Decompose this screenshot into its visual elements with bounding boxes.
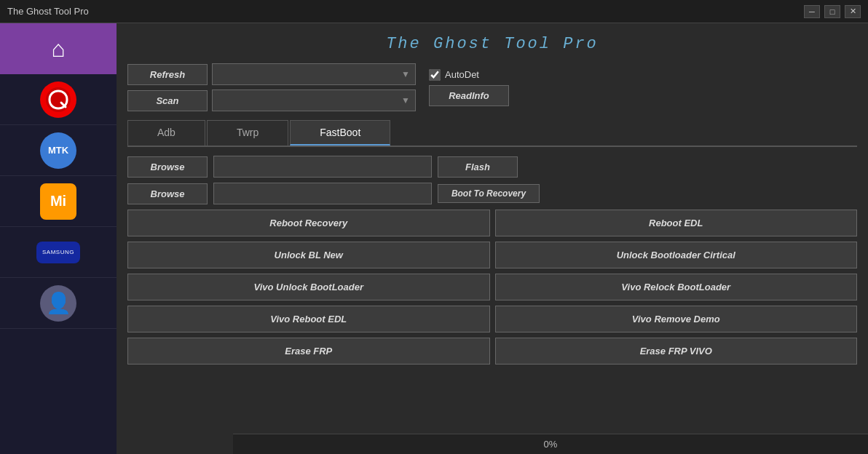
reboot-edl-button[interactable]: Reboot EDL: [495, 210, 858, 236]
refresh-dropdown-wrapper: ▼: [212, 63, 416, 85]
refresh-dropdown[interactable]: [212, 63, 416, 85]
progress-bar-container: 0%: [233, 434, 868, 454]
tab-twrp[interactable]: Twrp: [207, 120, 288, 146]
maximize-button[interactable]: □: [824, 5, 840, 18]
erase-frp-vivo-button[interactable]: Erase FRP VIVO: [495, 338, 858, 365]
content-area: The Ghost Tool Pro Refresh ▼ Scan: [117, 23, 868, 454]
mtk-icon: MTK: [40, 132, 76, 169]
minimize-button[interactable]: ─: [804, 5, 820, 18]
scan-dropdown[interactable]: [212, 89, 416, 111]
tab-adb[interactable]: Adb: [127, 120, 205, 146]
browse-button-2[interactable]: Browse: [127, 183, 208, 204]
action-grid: Reboot Recovery Reboot EDL Unlock BL New…: [127, 210, 857, 365]
flash-button[interactable]: Flash: [438, 156, 518, 178]
progress-bar-label: 0%: [233, 439, 868, 450]
sidebar-item-mtk[interactable]: MTK: [0, 125, 117, 176]
sidebar-item-home[interactable]: ⌂: [0, 23, 117, 74]
browse-row-2: Browse Boot To Recovery: [127, 183, 857, 204]
autodet-label: AutoDet: [445, 69, 479, 80]
vivo-remove-demo-button[interactable]: Vivo Remove Demo: [495, 306, 858, 332]
erase-frp-button[interactable]: Erase FRP: [127, 338, 490, 365]
window-controls: ─ □ ✕: [804, 5, 861, 18]
unlock-bootloader-critical-button[interactable]: Unlock Bootloader Cirtical: [495, 242, 858, 268]
browse-input-2[interactable]: [213, 183, 432, 204]
browse-row-1: Browse Flash: [127, 156, 857, 178]
qualcomm-icon: [40, 81, 76, 118]
app-title: The Ghost Tool Pro: [127, 31, 857, 57]
window-title: The Ghost Tool Pro: [7, 6, 89, 17]
sidebar: ⌂ MTK Mi SAMSUNG 👤: [0, 23, 117, 454]
sidebar-item-user[interactable]: 👤: [0, 278, 117, 329]
home-icon: ⌂: [51, 36, 65, 63]
main-layout: ⌂ MTK Mi SAMSUNG 👤 The Gho: [0, 23, 868, 454]
scan-dropdown-wrapper: ▼: [212, 89, 416, 111]
autodet-area: AutoDet ReadInfo: [429, 69, 509, 106]
sidebar-item-qualcomm[interactable]: [0, 74, 117, 125]
unlock-bl-new-button[interactable]: Unlock BL New: [127, 242, 490, 268]
refresh-row: Refresh ▼: [127, 63, 416, 85]
close-button[interactable]: ✕: [845, 5, 861, 18]
readinfo-button[interactable]: ReadInfo: [429, 85, 509, 106]
autodet-checkbox[interactable]: [429, 69, 441, 81]
mi-icon: Mi: [40, 183, 76, 220]
title-bar: The Ghost Tool Pro ─ □ ✕: [0, 0, 868, 23]
controls-left: Refresh ▼ Scan ▼: [127, 63, 416, 111]
refresh-button[interactable]: Refresh: [127, 64, 208, 85]
top-controls: Refresh ▼ Scan ▼: [127, 63, 857, 111]
browse-input-1[interactable]: [213, 156, 432, 178]
sidebar-item-samsung[interactable]: SAMSUNG: [0, 227, 117, 278]
vivo-relock-bootloader-button[interactable]: Vivo Relock BootLoader: [495, 274, 858, 300]
user-icon: 👤: [40, 285, 76, 322]
browse-button-1[interactable]: Browse: [127, 156, 208, 178]
action-section: Browse Flash Browse Boot To Recovery Reb…: [127, 156, 857, 365]
tab-fastboot[interactable]: FastBoot: [290, 120, 390, 146]
boot-to-recovery-button[interactable]: Boot To Recovery: [438, 184, 540, 203]
sidebar-item-mi[interactable]: Mi: [0, 176, 117, 227]
samsung-icon: SAMSUNG: [36, 242, 80, 263]
vivo-unlock-bootloader-button[interactable]: Vivo Unlock BootLoader: [127, 274, 490, 300]
reboot-recovery-button[interactable]: Reboot Recovery: [127, 210, 490, 236]
scan-row: Scan ▼: [127, 89, 416, 111]
scan-button[interactable]: Scan: [127, 90, 208, 111]
tabs-bar: Adb Twrp FastBoot: [127, 120, 857, 147]
vivo-reboot-edl-button[interactable]: Vivo Reboot EDL: [127, 306, 490, 332]
